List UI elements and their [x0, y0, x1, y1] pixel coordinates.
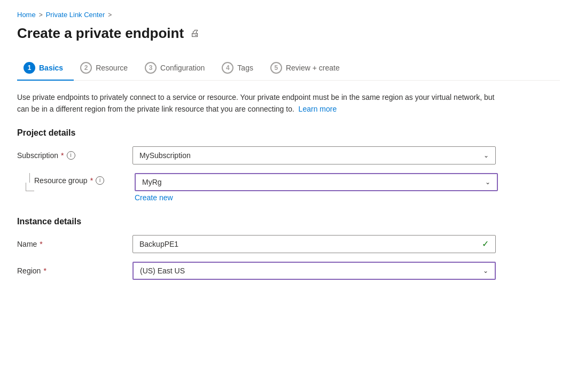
project-details-title: Project details: [17, 128, 560, 138]
name-input[interactable]: BackupPE1 ✓: [132, 235, 496, 253]
wizard-tabs: 1 Basics 2 Resource 3 Configuration 4 Ta…: [17, 57, 560, 81]
resource-group-dropdown-arrow: ⌄: [485, 178, 490, 186]
instance-details-section: Instance details Name * BackupPE1 ✓ Regi…: [17, 217, 560, 280]
tab-configuration[interactable]: 3 Configuration: [138, 57, 215, 80]
subscription-dropdown-arrow: ⌄: [484, 152, 489, 159]
page-title: Create a private endpoint: [17, 25, 184, 42]
tab-basics[interactable]: 1 Basics: [17, 57, 74, 80]
tab-configuration-label: Configuration: [160, 64, 205, 72]
name-row: Name * BackupPE1 ✓: [17, 235, 560, 253]
region-required: *: [43, 266, 46, 275]
subscription-row: Subscription * i MySubscription ⌄: [17, 146, 560, 164]
tab-review-create[interactable]: 5 Review + create: [264, 57, 350, 80]
tab-configuration-circle: 3: [145, 62, 157, 74]
region-dropdown-arrow: ⌄: [483, 267, 488, 275]
subscription-info-icon[interactable]: i: [67, 151, 75, 160]
resource-group-required: *: [90, 176, 93, 185]
region-row: Region * (US) East US ⌄: [17, 262, 560, 280]
resource-group-row: Resource group * i MyRg ⌄ Create new: [17, 173, 560, 202]
tab-review-create-circle: 5: [270, 62, 282, 74]
breadcrumb-sep2: >: [108, 11, 112, 19]
subscription-dropdown[interactable]: MySubscription ⌄: [132, 146, 496, 164]
print-icon[interactable]: 🖨: [190, 28, 200, 39]
instance-details-title: Instance details: [17, 217, 560, 226]
breadcrumb: Home > Private Link Center >: [17, 11, 560, 19]
tab-tags-label: Tags: [237, 64, 253, 72]
breadcrumb-private-link-center[interactable]: Private Link Center: [46, 11, 105, 19]
learn-more-link[interactable]: Learn more: [299, 105, 337, 113]
subscription-control: MySubscription ⌄: [132, 146, 496, 164]
resource-group-label: Resource group * i: [34, 173, 129, 185]
region-label: Region *: [17, 266, 124, 275]
create-new-link[interactable]: Create new: [135, 193, 173, 202]
name-label: Name *: [17, 240, 124, 248]
project-details-section: Project details Subscription * i MySubsc…: [17, 128, 560, 202]
description-text: Use private endpoints to privately conne…: [17, 91, 498, 115]
subscription-required: *: [61, 151, 64, 160]
name-valid-icon: ✓: [482, 239, 489, 249]
tab-review-create-label: Review + create: [286, 64, 340, 72]
subscription-label: Subscription * i: [17, 151, 124, 160]
tab-basics-label: Basics: [39, 64, 63, 72]
tab-tags-circle: 4: [222, 62, 233, 74]
page-title-row: Create a private endpoint 🖨: [17, 25, 560, 42]
region-dropdown[interactable]: (US) East US ⌄: [132, 262, 496, 280]
resource-group-control: MyRg ⌄ Create new: [135, 173, 498, 202]
tab-resource-label: Resource: [96, 64, 128, 72]
name-required: *: [40, 240, 42, 248]
tab-tags[interactable]: 4 Tags: [215, 57, 264, 80]
resource-group-dropdown[interactable]: MyRg ⌄: [135, 173, 498, 191]
region-control: (US) East US ⌄: [132, 262, 496, 280]
breadcrumb-home[interactable]: Home: [17, 11, 36, 19]
tab-resource[interactable]: 2 Resource: [74, 57, 138, 80]
resource-group-info-icon[interactable]: i: [96, 176, 104, 185]
name-control: BackupPE1 ✓: [132, 235, 496, 253]
tab-resource-circle: 2: [80, 62, 92, 74]
breadcrumb-sep1: >: [39, 11, 43, 19]
tab-basics-circle: 1: [24, 62, 35, 74]
